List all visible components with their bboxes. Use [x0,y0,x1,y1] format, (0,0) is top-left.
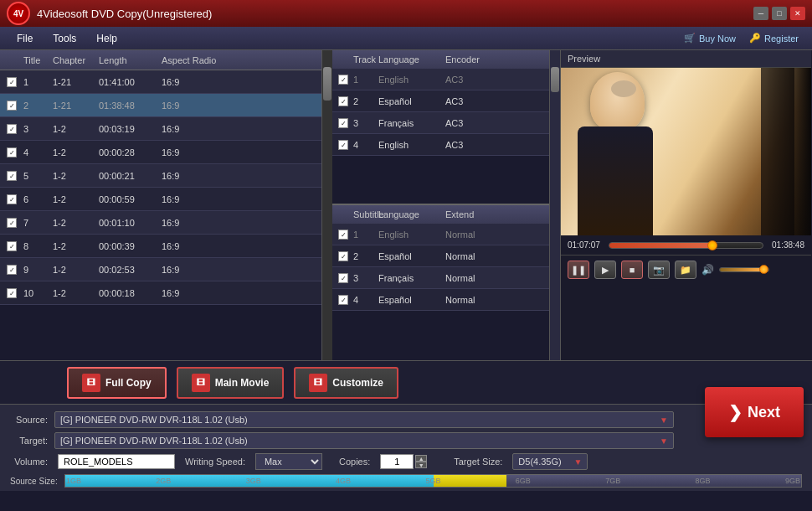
row-checkbox[interactable]: ✓ [7,171,17,181]
target-dropdown[interactable]: [G] PIONEER DVD-RW DVR-118L 1.02 (Usb) ▼ [54,432,674,449]
main-movie-button[interactable]: 🎞 Main Movie [177,367,285,399]
row-checkbox[interactable]: ✓ [7,265,17,275]
settings-panel: Source: [G] PIONEER DVD-RW DVR-118L 1.02… [0,404,812,491]
volume-row: Volume: Writing Speed: Max Copies: ▲ ▼ T… [10,453,802,470]
full-copy-button[interactable]: 🎞 Full Copy [67,367,167,399]
size-bar [64,474,802,488]
copies-spinner: ▲ ▼ [380,454,427,469]
target-label: Target: [10,436,48,446]
table-row[interactable]: ✓ 91-200:02:5316:9 [0,258,321,281]
target-size-arrow: ▼ [573,457,582,467]
copy-mode-buttons: 🎞 Full Copy 🎞 Main Movie 🎞 Customize [0,360,812,404]
close-button[interactable]: ✕ [790,7,805,20]
row-checkbox[interactable]: ✓ [7,101,17,111]
row-checkbox[interactable]: ✓ [7,194,17,204]
subtitle-row[interactable]: ✓ 3FrançaisNormal [332,267,549,289]
video-hair [611,80,636,97]
scrollbar-thumb[interactable] [323,67,331,101]
track-row[interactable]: ✓ 4EnglishAC3 [332,134,549,156]
size-bar-cyan [65,475,434,487]
source-dropdown[interactable]: [G] PIONEER DVD-RW DVR-118L 1.02 (Usb) ▼ [54,411,674,428]
table-row[interactable]: ✓ 71-200:01:1016:9 [0,211,321,235]
table-row[interactable]: ✓ 31-200:03:1916:9 [0,117,321,141]
subtitles-section: Subtitle Language Extend ✓ 1EnglishNorma… [332,205,549,360]
film-icon: 🎞 [309,374,327,392]
next-button[interactable]: ❯ Next [705,387,804,437]
track-checkbox[interactable]: ✓ [338,96,348,106]
tracks-scrollbar[interactable] [550,50,560,360]
key-icon: 🔑 [749,33,761,44]
next-button-container: ❯ Next [705,387,804,437]
title-list-panel: Title Chapter Length Aspect Radio ✓ 11-2… [0,50,322,360]
volume-thumb [759,265,768,274]
track-row[interactable]: ✓ 1EnglishAC3 [332,69,549,90]
copies-up-button[interactable]: ▲ [415,455,427,462]
size-bar-yellow [434,475,507,487]
row-checkbox[interactable]: ✓ [7,77,17,87]
customize-button[interactable]: 🎞 Customize [294,367,398,399]
track-row[interactable]: ✓ 2EspañolAC3 [332,90,549,112]
subtitle-row[interactable]: ✓ 2EspañolNormal [332,245,549,267]
copies-input[interactable] [380,454,414,469]
total-time: 01:38:48 [767,240,804,250]
table-row[interactable]: ✓ 21-2101:38:4816:9 [0,94,321,117]
minimize-button[interactable]: ─ [753,7,768,20]
subtitle-row[interactable]: ✓ 1EnglishNormal [332,224,549,245]
menu-tools[interactable]: Tools [43,29,86,48]
volume-fill [720,268,761,271]
volume-input[interactable] [58,454,175,469]
subtitle-checkbox[interactable]: ✓ [338,230,348,240]
preview-label: Preview [561,50,811,68]
table-row[interactable]: ✓ 61-200:00:5916:9 [0,188,321,211]
volume-icon: 🔊 [702,264,714,276]
main-area: Title Chapter Length Aspect Radio ✓ 11-2… [0,50,812,360]
writing-speed-select[interactable]: Max [255,453,322,470]
folder-button[interactable]: 📁 [675,261,696,279]
length-col-header: Length [95,55,158,65]
title-table-body: ✓ 11-2101:41:0016:9 ✓ 21-2101:38:4816:9 … [0,70,321,360]
tracks-scrollbar-thumb[interactable] [551,67,559,92]
spinner-buttons: ▲ ▼ [415,455,427,468]
target-size-dropdown[interactable]: D5(4.35G) ▼ [512,453,588,470]
subtitle-checkbox[interactable]: ✓ [338,251,348,261]
playback-controls: ❚❚ ▶ ■ 📷 📁 🔊 [561,256,811,284]
row-checkbox[interactable]: ✓ [7,288,17,298]
row-checkbox[interactable]: ✓ [7,124,17,134]
track-checkbox[interactable]: ✓ [338,75,348,85]
copies-down-button[interactable]: ▼ [415,462,427,468]
table-row[interactable]: ✓ 51-200:00:2116:9 [0,164,321,188]
row-checkbox[interactable]: ✓ [7,241,17,251]
row-checkbox[interactable]: ✓ [7,147,17,157]
cart-icon: 🛒 [684,33,696,44]
progress-fill [609,243,713,248]
play-button[interactable]: ▶ [594,261,616,279]
audio-body: ✓ 1EnglishAC3 ✓ 2EspañolAC3 ✓ 3FrançaisA… [332,69,549,204]
menu-help[interactable]: Help [86,29,127,48]
row-checkbox[interactable]: ✓ [7,218,17,228]
track-checkbox[interactable]: ✓ [338,140,348,150]
table-row[interactable]: ✓ 41-200:00:2816:9 [0,141,321,164]
size-bar-empty [506,475,801,487]
subtitle-row[interactable]: ✓ 4EspañolNormal [332,289,549,311]
volume-label: Volume: [10,457,48,467]
pause-button[interactable]: ❚❚ [568,261,589,279]
buy-now-button[interactable]: 🛒 Buy Now [677,30,743,46]
menu-file[interactable]: File [7,29,43,48]
snapshot-button[interactable]: 📷 [648,261,670,279]
register-button[interactable]: 🔑 Register [743,30,805,46]
progress-bar[interactable] [609,242,763,249]
subtitle-checkbox[interactable]: ✓ [338,295,348,305]
table-row[interactable]: ✓ 11-2101:41:0016:9 [0,70,321,94]
subtitle-checkbox[interactable]: ✓ [338,273,348,283]
maximize-button[interactable]: □ [772,7,787,20]
stop-button[interactable]: ■ [621,261,643,279]
volume-bar[interactable] [719,267,769,272]
target-size-label: Target Size: [454,457,502,467]
preview-video [561,68,811,235]
track-checkbox[interactable]: ✓ [338,118,348,128]
menu-bar: File Tools Help 🛒 Buy Now 🔑 Register [0,27,812,50]
track-row[interactable]: ✓ 3FrançaisAC3 [332,112,549,134]
table-row[interactable]: ✓ 101-200:00:1816:9 [0,281,321,305]
table-row[interactable]: ✓ 81-200:00:3916:9 [0,235,321,258]
title-list-scrollbar[interactable] [322,50,332,360]
